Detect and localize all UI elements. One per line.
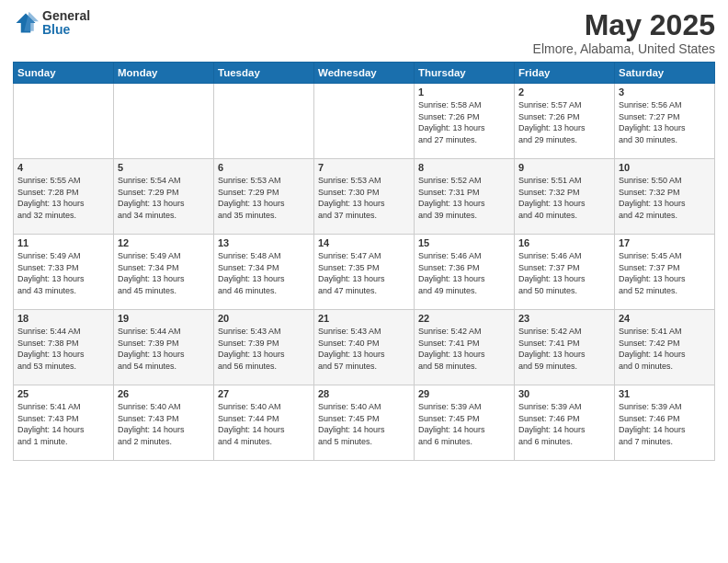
- day-number-13: 13: [218, 237, 310, 248]
- day-number-27: 27: [218, 388, 310, 399]
- day-info-5: Sunrise: 5:54 AM Sunset: 7:29 PM Dayligh…: [118, 175, 210, 221]
- day-number-21: 21: [318, 313, 410, 324]
- cell-w0-d3: [314, 84, 415, 159]
- day-info-22: Sunrise: 5:42 AM Sunset: 7:41 PM Dayligh…: [418, 326, 510, 372]
- logo-blue: Blue: [42, 23, 90, 37]
- logo-general: General: [42, 9, 90, 23]
- day-info-12: Sunrise: 5:49 AM Sunset: 7:34 PM Dayligh…: [118, 250, 210, 296]
- cell-w2-d6: 17Sunrise: 5:45 AM Sunset: 7:37 PM Dayli…: [615, 235, 715, 310]
- day-number-19: 19: [118, 313, 210, 324]
- cell-w0-d1: [114, 84, 214, 159]
- header-row: Sunday Monday Tuesday Wednesday Thursday…: [14, 63, 715, 84]
- day-number-1: 1: [418, 86, 510, 98]
- day-info-8: Sunrise: 5:52 AM Sunset: 7:31 PM Dayligh…: [418, 175, 510, 221]
- th-monday: Monday: [114, 63, 214, 84]
- cell-w1-d4: 8Sunrise: 5:52 AM Sunset: 7:31 PM Daylig…: [415, 159, 515, 235]
- th-thursday: Thursday: [415, 63, 515, 84]
- logo-text: General Blue: [42, 9, 90, 38]
- day-number-7: 7: [318, 162, 410, 173]
- calendar-subtitle: Elmore, Alabama, United States: [533, 41, 715, 56]
- th-saturday: Saturday: [615, 63, 715, 84]
- day-number-2: 2: [518, 86, 610, 98]
- day-info-30: Sunrise: 5:39 AM Sunset: 7:46 PM Dayligh…: [518, 401, 610, 447]
- day-info-25: Sunrise: 5:41 AM Sunset: 7:43 PM Dayligh…: [17, 401, 109, 447]
- th-tuesday: Tuesday: [214, 63, 314, 84]
- day-info-27: Sunrise: 5:40 AM Sunset: 7:44 PM Dayligh…: [218, 401, 310, 447]
- day-info-1: Sunrise: 5:58 AM Sunset: 7:26 PM Dayligh…: [418, 99, 510, 145]
- cell-w0-d2: [214, 84, 314, 159]
- day-number-18: 18: [17, 313, 109, 324]
- day-info-20: Sunrise: 5:43 AM Sunset: 7:39 PM Dayligh…: [218, 326, 310, 372]
- cell-w3-d6: 24Sunrise: 5:41 AM Sunset: 7:42 PM Dayli…: [615, 310, 715, 385]
- day-number-16: 16: [518, 237, 610, 248]
- cell-w4-d5: 30Sunrise: 5:39 AM Sunset: 7:46 PM Dayli…: [515, 385, 615, 461]
- day-info-23: Sunrise: 5:42 AM Sunset: 7:41 PM Dayligh…: [518, 326, 610, 372]
- day-number-31: 31: [619, 388, 711, 399]
- day-number-12: 12: [118, 237, 210, 248]
- cell-w4-d0: 25Sunrise: 5:41 AM Sunset: 7:43 PM Dayli…: [14, 385, 114, 461]
- cell-w0-d6: 3Sunrise: 5:56 AM Sunset: 7:27 PM Daylig…: [615, 84, 715, 159]
- day-number-9: 9: [518, 162, 610, 173]
- day-info-21: Sunrise: 5:43 AM Sunset: 7:40 PM Dayligh…: [318, 326, 410, 372]
- logo: General Blue: [13, 9, 90, 38]
- cell-w2-d0: 11Sunrise: 5:49 AM Sunset: 7:33 PM Dayli…: [14, 235, 114, 310]
- cell-w4-d3: 28Sunrise: 5:40 AM Sunset: 7:45 PM Dayli…: [314, 385, 415, 461]
- calendar-table: Sunday Monday Tuesday Wednesday Thursday…: [13, 62, 715, 461]
- day-number-15: 15: [418, 237, 510, 248]
- day-number-11: 11: [17, 237, 109, 248]
- day-info-6: Sunrise: 5:53 AM Sunset: 7:29 PM Dayligh…: [218, 175, 310, 221]
- cell-w4-d4: 29Sunrise: 5:39 AM Sunset: 7:45 PM Dayli…: [415, 385, 515, 461]
- calendar-title: May 2025: [533, 9, 715, 41]
- cell-w3-d2: 20Sunrise: 5:43 AM Sunset: 7:39 PM Dayli…: [214, 310, 314, 385]
- cell-w3-d0: 18Sunrise: 5:44 AM Sunset: 7:38 PM Dayli…: [14, 310, 114, 385]
- day-info-18: Sunrise: 5:44 AM Sunset: 7:38 PM Dayligh…: [17, 326, 109, 372]
- day-info-24: Sunrise: 5:41 AM Sunset: 7:42 PM Dayligh…: [619, 326, 711, 372]
- day-number-23: 23: [518, 313, 610, 324]
- day-info-28: Sunrise: 5:40 AM Sunset: 7:45 PM Dayligh…: [318, 401, 410, 447]
- day-info-7: Sunrise: 5:53 AM Sunset: 7:30 PM Dayligh…: [318, 175, 410, 221]
- cell-w0-d4: 1Sunrise: 5:58 AM Sunset: 7:26 PM Daylig…: [415, 84, 515, 159]
- cell-w1-d0: 4Sunrise: 5:55 AM Sunset: 7:28 PM Daylig…: [14, 159, 114, 235]
- page: General Blue May 2025 Elmore, Alabama, U…: [0, 0, 728, 563]
- cell-w3-d4: 22Sunrise: 5:42 AM Sunset: 7:41 PM Dayli…: [415, 310, 515, 385]
- cell-w2-d3: 14Sunrise: 5:47 AM Sunset: 7:35 PM Dayli…: [314, 235, 415, 310]
- cell-w4-d2: 27Sunrise: 5:40 AM Sunset: 7:44 PM Dayli…: [214, 385, 314, 461]
- day-number-25: 25: [17, 388, 109, 399]
- cell-w0-d5: 2Sunrise: 5:57 AM Sunset: 7:26 PM Daylig…: [515, 84, 615, 159]
- day-number-8: 8: [418, 162, 510, 173]
- cell-w0-d0: [14, 84, 114, 159]
- day-info-3: Sunrise: 5:56 AM Sunset: 7:27 PM Dayligh…: [619, 99, 711, 145]
- week-row-2: 11Sunrise: 5:49 AM Sunset: 7:33 PM Dayli…: [14, 235, 715, 310]
- day-info-4: Sunrise: 5:55 AM Sunset: 7:28 PM Dayligh…: [17, 175, 109, 221]
- day-info-13: Sunrise: 5:48 AM Sunset: 7:34 PM Dayligh…: [218, 250, 310, 296]
- day-number-3: 3: [619, 86, 711, 98]
- cell-w2-d2: 13Sunrise: 5:48 AM Sunset: 7:34 PM Dayli…: [214, 235, 314, 310]
- day-number-26: 26: [118, 388, 210, 399]
- day-number-4: 4: [17, 162, 109, 173]
- cell-w4-d1: 26Sunrise: 5:40 AM Sunset: 7:43 PM Dayli…: [114, 385, 214, 461]
- th-wednesday: Wednesday: [314, 63, 415, 84]
- day-number-14: 14: [318, 237, 410, 248]
- day-info-11: Sunrise: 5:49 AM Sunset: 7:33 PM Dayligh…: [17, 250, 109, 296]
- cell-w1-d3: 7Sunrise: 5:53 AM Sunset: 7:30 PM Daylig…: [314, 159, 415, 235]
- day-info-29: Sunrise: 5:39 AM Sunset: 7:45 PM Dayligh…: [418, 401, 510, 447]
- day-number-28: 28: [318, 388, 410, 399]
- day-number-29: 29: [418, 388, 510, 399]
- day-number-20: 20: [218, 313, 310, 324]
- cell-w3-d5: 23Sunrise: 5:42 AM Sunset: 7:41 PM Dayli…: [515, 310, 615, 385]
- title-block: May 2025 Elmore, Alabama, United States: [533, 9, 715, 56]
- day-info-14: Sunrise: 5:47 AM Sunset: 7:35 PM Dayligh…: [318, 250, 410, 296]
- cell-w1-d2: 6Sunrise: 5:53 AM Sunset: 7:29 PM Daylig…: [214, 159, 314, 235]
- day-number-10: 10: [619, 162, 711, 173]
- day-number-22: 22: [418, 313, 510, 324]
- cell-w1-d6: 10Sunrise: 5:50 AM Sunset: 7:32 PM Dayli…: [615, 159, 715, 235]
- day-number-24: 24: [619, 313, 711, 324]
- day-info-9: Sunrise: 5:51 AM Sunset: 7:32 PM Dayligh…: [518, 175, 610, 221]
- cell-w3-d1: 19Sunrise: 5:44 AM Sunset: 7:39 PM Dayli…: [114, 310, 214, 385]
- day-info-26: Sunrise: 5:40 AM Sunset: 7:43 PM Dayligh…: [118, 401, 210, 447]
- day-info-10: Sunrise: 5:50 AM Sunset: 7:32 PM Dayligh…: [619, 175, 711, 221]
- cell-w1-d5: 9Sunrise: 5:51 AM Sunset: 7:32 PM Daylig…: [515, 159, 615, 235]
- week-row-3: 18Sunrise: 5:44 AM Sunset: 7:38 PM Dayli…: [14, 310, 715, 385]
- cell-w2-d1: 12Sunrise: 5:49 AM Sunset: 7:34 PM Dayli…: [114, 235, 214, 310]
- th-friday: Friday: [515, 63, 615, 84]
